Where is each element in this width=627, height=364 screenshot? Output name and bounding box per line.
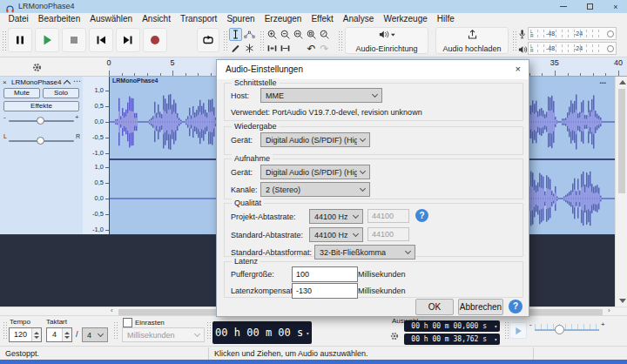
upper-time-signature-spinner[interactable]: 4 (46, 327, 72, 342)
dialog-close-icon[interactable]: × (516, 64, 521, 74)
compensation-input[interactable] (292, 283, 358, 299)
buffer-input[interactable] (292, 266, 358, 282)
menu-item-erzeugen[interactable]: Erzeugen (260, 13, 307, 24)
silence-audio-button[interactable] (279, 42, 292, 55)
menu-item-bearbeiten[interactable]: Bearbeiten (33, 13, 84, 24)
scroll-right-icon[interactable]: › (608, 307, 610, 314)
setup-grip[interactable] (338, 30, 342, 51)
selection-gear-icon[interactable] (389, 329, 400, 345)
draw-tool-button[interactable] (229, 42, 242, 55)
time-format-caret-icon[interactable]: ▾ (494, 336, 500, 342)
sample-format-select[interactable]: 32-Bit-Fließkomma (314, 245, 415, 260)
track-name[interactable]: LRMonoPhase4 (11, 78, 61, 86)
menu-item-hilfe[interactable]: Hilfe (432, 13, 459, 24)
pause-button[interactable] (8, 28, 32, 52)
clip-overflow-button[interactable]: ... (599, 77, 606, 85)
close-button[interactable]: × (606, 0, 625, 13)
transport-grip[interactable] (2, 30, 6, 51)
vertical-scrollbar-thumb[interactable] (618, 89, 625, 193)
maximize-button[interactable] (580, 0, 599, 13)
dialog-title-bar[interactable]: Audio-Einstellungen × (217, 60, 529, 79)
undo-button[interactable]: ↶ (305, 42, 318, 55)
zoom-selection-button[interactable] (292, 28, 305, 41)
time-grip[interactable] (206, 321, 211, 340)
meter-grip[interactable] (512, 30, 516, 51)
project-rate-select[interactable]: 44100 Hz (309, 209, 363, 224)
loop-button[interactable] (197, 28, 219, 52)
volume-slider-thumb[interactable] (37, 117, 44, 125)
channels-select[interactable]: 2 (Stereo) (260, 182, 370, 197)
playback-meter[interactable]: L R -48 -24 (528, 42, 617, 55)
menu-item-werkzeuge[interactable]: Werkzeuge (379, 13, 432, 24)
pan-slider-thumb[interactable] (37, 137, 44, 145)
amplitude-ruler[interactable]: 1,00,50,0-0,5-1,01,00,50,0-0,5-1,0 (83, 77, 109, 235)
time-format-caret-icon[interactable]: ▾ (494, 323, 500, 329)
trim-audio-button[interactable] (266, 42, 279, 55)
project-rate-help-button[interactable]: ? (415, 209, 428, 222)
envelope-tool-button[interactable] (243, 28, 256, 41)
tempo-spin-buttons[interactable] (31, 328, 41, 341)
dialog-help-button[interactable]: ? (509, 300, 522, 313)
time-format-caret-icon[interactable]: ▾ (306, 330, 312, 336)
multi-tool-button[interactable] (243, 42, 256, 55)
menu-item-transport[interactable]: Transport (175, 13, 221, 24)
edit-grip[interactable] (260, 30, 264, 51)
skip-to-start-button[interactable] (89, 28, 113, 52)
recording-device-select[interactable]: Digital Audio (S/PDIF) (High De (260, 165, 370, 179)
menu-item-datei[interactable]: Datei (3, 13, 33, 24)
timeline-gear-icon[interactable] (31, 61, 43, 77)
tempo-spinner[interactable]: 120 (9, 327, 42, 342)
menu-item-analyse[interactable]: Analyse (338, 13, 379, 24)
redo-button[interactable]: ↷ (318, 42, 331, 55)
scroll-down-icon[interactable] (619, 299, 626, 303)
scroll-up-icon[interactable] (619, 80, 626, 84)
lower-time-signature-select[interactable]: 4 (82, 327, 108, 342)
selection-tool-button[interactable] (229, 28, 242, 41)
menu-item-effekt[interactable]: Effekt (307, 13, 338, 24)
minimize-button[interactable] (554, 0, 573, 13)
track-menu-icon[interactable]: ⋯ (73, 77, 81, 85)
playback-device-select[interactable]: Digital Audio (S/PDIF) (High De (260, 132, 370, 147)
ruler-tick (109, 71, 110, 76)
snap-checkbox[interactable] (123, 318, 132, 327)
speed-slider-thumb[interactable] (555, 325, 564, 334)
menu-item-ansicht[interactable]: Ansicht (138, 13, 176, 24)
title-bar[interactable]: LRMonoPhase4 × (0, 0, 627, 13)
tools-grip[interactable] (223, 30, 227, 51)
share-audio-button[interactable]: Audio hochladen (435, 27, 509, 54)
play-at-speed-grip[interactable] (504, 321, 509, 340)
selection-end-display[interactable]: 00 h 00 m 38,762 s ▾ (404, 334, 500, 345)
record-button[interactable] (143, 28, 167, 52)
mute-button[interactable]: Mute (3, 88, 40, 98)
zoom-toggle-button[interactable] (318, 28, 331, 41)
vertical-scrollbar[interactable] (615, 77, 627, 307)
cancel-button[interactable]: Abbrechen (458, 299, 503, 315)
zoom-out-button[interactable] (279, 28, 292, 41)
skip-to-end-button[interactable] (116, 28, 140, 52)
menu-item-auswhlen[interactable]: Auswählen (85, 13, 138, 24)
upper-time-signature-spin-buttons[interactable] (62, 328, 71, 341)
menu-item-spuren[interactable]: Spuren (222, 13, 260, 24)
audio-setup-button[interactable]: Audio-Einrichtung (345, 27, 428, 54)
amplitude-label: 0,5 (95, 102, 104, 110)
play-at-speed-button[interactable] (509, 322, 527, 339)
zoom-in-button[interactable] (266, 28, 279, 41)
stop-button[interactable] (62, 28, 86, 52)
main-time-display[interactable]: 00 h 00 m 00 s ▾ (212, 321, 312, 344)
snapping-grip[interactable] (113, 321, 118, 340)
selection-start-display[interactable]: 00 h 00 m 00,000 s ▾ (404, 320, 500, 332)
zoom-project-button[interactable] (305, 28, 318, 41)
default-rate-select[interactable]: 44100 Hz (309, 227, 363, 242)
track-collapse-icon[interactable] (64, 80, 71, 87)
track-close-icon[interactable]: × (3, 78, 7, 86)
time-signature-grip[interactable] (3, 321, 7, 340)
play-button[interactable] (35, 28, 59, 52)
solo-button[interactable]: Solo (43, 88, 79, 98)
scroll-left-icon[interactable]: ‹ (111, 307, 113, 314)
speed-slider[interactable] (535, 329, 599, 331)
host-select[interactable]: MME (260, 88, 382, 103)
snap-unit-select[interactable]: Millisekunden (122, 327, 205, 342)
ok-button[interactable]: OK (415, 299, 454, 315)
recording-meter[interactable]: L R -48 -24 (528, 27, 617, 40)
effects-button[interactable]: Effekte (3, 101, 79, 111)
